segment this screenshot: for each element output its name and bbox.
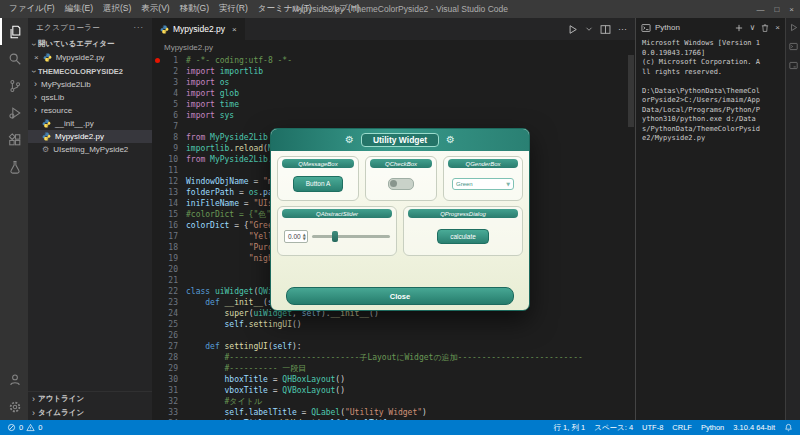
status-item[interactable]: スペース: 4	[594, 423, 633, 433]
close-panel-icon[interactable]: ×	[775, 23, 780, 32]
explorer-icon[interactable]	[0, 18, 28, 45]
code-line[interactable]: 25 self.settingUI()	[152, 319, 635, 330]
line-number: 18	[152, 242, 186, 253]
outline-label: アウトライン	[38, 394, 84, 404]
close-icon[interactable]: ×	[34, 53, 39, 62]
code-text: #---------- 一段目	[186, 363, 306, 374]
menu-item[interactable]: 表示(V)	[136, 3, 174, 15]
source-control-icon[interactable]	[0, 72, 28, 99]
toggle-switch[interactable]	[388, 178, 414, 190]
status-item[interactable]: UTF-8	[642, 423, 663, 433]
groupbox-title: QCheckBox	[370, 159, 432, 168]
status-item[interactable]: Python	[701, 423, 724, 433]
open-editor-item[interactable]: × Mypyside2.py	[28, 51, 152, 64]
groupbox-qcheckbox: QCheckBox	[365, 156, 437, 201]
code-line[interactable]: 34 hboxTitle.addWidget(self.labelTitle)	[152, 418, 635, 420]
window-title: Mypyside2.py - ThemeColorPyside2 - Visua…	[292, 4, 508, 14]
settings-file-icon: ⚙	[42, 145, 49, 154]
trash-icon[interactable]	[760, 23, 770, 33]
run-icon[interactable]	[789, 23, 798, 32]
calculate-button[interactable]: calculate	[437, 229, 489, 244]
timeline-section[interactable]: › タイムライン	[28, 406, 152, 420]
line-number: 8	[152, 132, 186, 143]
terminal-output[interactable]: Microsoft Windows [Version 10.0.19043.17…	[636, 37, 762, 144]
spin-box[interactable]: 0.00 ▲▼	[284, 230, 308, 243]
open-editors-section[interactable]: › 開いているエディター	[28, 37, 152, 51]
line-number: 33	[152, 407, 186, 418]
new-terminal-icon[interactable]	[734, 23, 744, 33]
chevron-down-icon[interactable]: ∨	[749, 23, 755, 32]
code-line[interactable]: 6import sys	[152, 110, 635, 121]
status-item[interactable]: 行 1, 列 1	[554, 423, 586, 433]
problems-status[interactable]: 0 0	[7, 423, 42, 432]
outline-section[interactable]: › アウトライン	[28, 392, 152, 406]
status-bar: 0 0 行 1, 列 1スペース: 4UTF-8CRLFPython3.10.4…	[0, 420, 800, 435]
run-debug-icon[interactable]	[0, 99, 28, 126]
code-line[interactable]: 33 self.labelTitle = QLabel("Utility Wid…	[152, 407, 635, 418]
slider-handle[interactable]	[332, 231, 338, 242]
terminal-instance-icon[interactable]	[789, 61, 798, 70]
groupbox-title: QMessageBox	[282, 159, 354, 168]
code-line[interactable]: 29 #---------- 一段目	[152, 363, 635, 374]
code-line[interactable]: 1# -*- coding:utf-8 -*-	[152, 55, 635, 66]
code-line[interactable]: 32 #タイトル	[152, 396, 635, 407]
tree-item[interactable]: ›qssLib	[28, 91, 152, 104]
more-actions-icon[interactable]: ···	[618, 24, 627, 34]
search-icon[interactable]	[0, 45, 28, 72]
chevron-down-icon[interactable]	[585, 25, 593, 33]
file-name: Mypyside2.py	[56, 53, 105, 62]
terminal-instance-icon[interactable]	[789, 42, 798, 51]
python-file-icon	[42, 132, 51, 141]
close-icon[interactable]: ×	[232, 25, 237, 34]
more-actions-icon[interactable]: ···	[134, 23, 145, 32]
split-editor-icon[interactable]	[600, 24, 611, 35]
testing-icon[interactable]	[0, 153, 28, 180]
settings-gear-icon[interactable]	[0, 393, 28, 420]
code-line[interactable]: 5import time	[152, 99, 635, 110]
tree-item[interactable]: Mypyside2.py	[28, 130, 152, 143]
code-line[interactable]: 4import glob	[152, 88, 635, 99]
dialog-title-bar[interactable]: ⚙ Utility Widget ⚙	[271, 129, 529, 151]
tab-mypyside2[interactable]: Mypyside2.py ×	[152, 18, 245, 40]
extensions-icon[interactable]	[0, 126, 28, 153]
tree-item[interactable]: ›resource	[28, 104, 152, 117]
breadcrumb-item[interactable]: Mypyside2.py	[164, 43, 213, 52]
run-file-icon[interactable]	[567, 24, 578, 35]
bell-icon[interactable]	[784, 423, 793, 432]
code-line[interactable]: 30 hboxTitle = QHBoxLayout()	[152, 374, 635, 385]
code-line[interactable]: 3import os	[152, 77, 635, 88]
status-item[interactable]: 3.10.4 64-bit	[733, 423, 775, 433]
terminal-shell-label[interactable]: Python	[655, 23, 680, 32]
maximize-icon[interactable]: □	[774, 5, 779, 14]
code-line[interactable]: 31 vboxTitle = QVBoxLayout()	[152, 385, 635, 396]
combo-box[interactable]: Green ▼	[452, 178, 514, 190]
menu-item[interactable]: 移動(G)	[175, 3, 214, 15]
account-icon[interactable]	[0, 366, 28, 393]
code-text: hboxTitle = QHBoxLayout()	[186, 374, 345, 385]
minimize-icon[interactable]: —	[756, 5, 764, 14]
menu-item[interactable]: 編集(E)	[60, 3, 98, 15]
spin-arrows-icon[interactable]: ▲▼	[303, 233, 307, 240]
close-button[interactable]: Close	[286, 287, 514, 305]
tree-item[interactable]: __init__.py	[28, 117, 152, 130]
slider[interactable]	[312, 235, 390, 238]
menu-item[interactable]: 実行(R)	[214, 3, 253, 15]
title-bar: ファイル(F)編集(E)選択(S)表示(V)移動(G)実行(R)ターミナル(T)…	[0, 0, 800, 18]
tree-item[interactable]: ›MyPyside2Lib	[28, 78, 152, 91]
close-icon[interactable]: ×	[789, 5, 794, 14]
project-section[interactable]: › THEMECOLORPYSIDE2	[28, 64, 152, 78]
menu-item[interactable]: 選択(S)	[98, 3, 136, 15]
menu-item[interactable]: ファイル(F)	[4, 3, 60, 15]
code-line[interactable]: 28 #---------------------------子LayoutにW…	[152, 352, 635, 363]
breadcrumb[interactable]: Mypyside2.py	[152, 40, 635, 55]
code-line[interactable]: 27 def settingUI(self):	[152, 341, 635, 352]
button-a[interactable]: Button A	[293, 176, 344, 191]
code-line[interactable]: 26	[152, 330, 635, 341]
line-number: 22	[152, 286, 186, 297]
code-text: #---------------------------子LayoutにWidg…	[186, 352, 583, 363]
status-item[interactable]: CRLF	[672, 423, 692, 433]
tree-item[interactable]: ⚙UIsetting_MyPyside2	[28, 143, 152, 156]
groupbox-qmessagebox: QMessageBox Button A	[277, 156, 359, 201]
line-number: 25	[152, 319, 186, 330]
code-line[interactable]: 2import importlib	[152, 66, 635, 77]
